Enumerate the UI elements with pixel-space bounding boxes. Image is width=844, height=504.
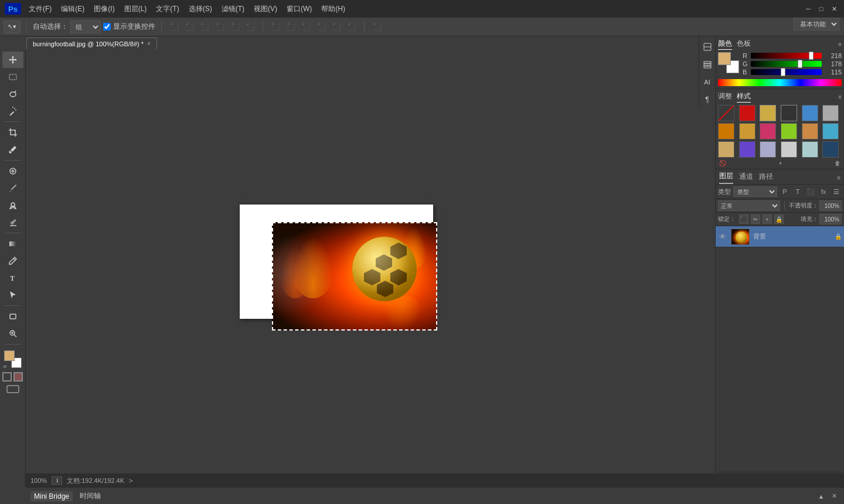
- zoom-info-btn[interactable]: ℹ: [52, 476, 62, 485]
- blend-mode-select[interactable]: 正常: [718, 200, 780, 211]
- style-panel-menu[interactable]: ≡: [838, 94, 842, 100]
- menu-item-F[interactable]: 文件(F): [25, 3, 56, 15]
- align-hcenter-btn[interactable]: ⬛: [229, 21, 241, 33]
- workspace-select[interactable]: 基本功能 摄影 绘画: [794, 18, 839, 30]
- layer-type-select[interactable]: 类型: [733, 186, 777, 197]
- menu-item-W[interactable]: 窗口(W): [283, 3, 316, 15]
- paths-tab[interactable]: 路径: [759, 172, 773, 183]
- show-transform-checkbox[interactable]: [103, 23, 111, 30]
- align-top-btn[interactable]: ⬛: [168, 21, 181, 33]
- layer-filter-icon3[interactable]: ⬛: [805, 186, 816, 197]
- dist1-btn[interactable]: ⬛: [269, 21, 282, 33]
- spectrum-bar[interactable]: [718, 79, 842, 86]
- style-add-icon[interactable]: +: [779, 160, 782, 166]
- tool-text[interactable]: T: [2, 270, 23, 286]
- fg-bg-colors[interactable]: ⇌: [3, 349, 23, 369]
- style-swatch-17[interactable]: [822, 141, 839, 158]
- menu-item-V[interactable]: 视图(V): [250, 3, 281, 15]
- style-swatch-5[interactable]: [822, 105, 839, 121]
- g-thumb[interactable]: [798, 60, 802, 68]
- tool-pen[interactable]: [2, 253, 23, 269]
- tool-stamp[interactable]: [2, 197, 23, 213]
- style-swatch-4[interactable]: [802, 105, 818, 121]
- style-swatch-11[interactable]: [822, 123, 839, 139]
- style-swatch-3[interactable]: [781, 105, 797, 121]
- color-strip-icon[interactable]: [700, 40, 714, 54]
- layers-menu-icon[interactable]: ≡: [837, 175, 840, 181]
- menu-item-H[interactable]: 帮助(H): [317, 3, 349, 15]
- style-swatch-16[interactable]: [802, 141, 818, 158]
- lock-pixels-btn[interactable]: ⬛: [739, 214, 748, 224]
- opacity-input[interactable]: [819, 200, 842, 211]
- auto-select-dropdown[interactable]: 组 图层: [70, 21, 101, 33]
- layer-strip-icon[interactable]: [700, 57, 714, 71]
- swap-icon[interactable]: ⇌: [3, 364, 7, 369]
- lock-all-btn[interactable]: 🔒: [774, 214, 784, 224]
- lock-brush-btn[interactable]: ✏: [751, 214, 760, 224]
- swatches-tab[interactable]: 色板: [737, 39, 751, 50]
- r-slider[interactable]: [751, 53, 822, 59]
- tool-brush[interactable]: [2, 180, 23, 196]
- tool-eyedropper[interactable]: [2, 141, 23, 158]
- layer-filter-icon2[interactable]: T: [792, 186, 803, 197]
- dist6-btn[interactable]: ⬛: [345, 21, 358, 33]
- close-button[interactable]: ✕: [829, 4, 839, 14]
- lock-position-btn[interactable]: +: [763, 214, 772, 224]
- menu-item-L[interactable]: 图层(L): [120, 3, 151, 15]
- layer-filter-icon1[interactable]: P: [780, 186, 790, 197]
- style-swatch-2[interactable]: [760, 105, 776, 121]
- b-thumb[interactable]: [781, 68, 785, 76]
- tool-shape[interactable]: [2, 308, 23, 325]
- mini-bridge-tab[interactable]: Mini Bridge: [30, 491, 73, 502]
- channels-tab[interactable]: 通道: [739, 172, 753, 183]
- g-slider[interactable]: [751, 61, 822, 67]
- ai-strip-icon[interactable]: AI: [700, 75, 714, 89]
- style-swatch-8[interactable]: [760, 123, 776, 139]
- mini-bridge-icon2[interactable]: ✕: [829, 491, 839, 502]
- dist3-btn[interactable]: ⬛: [300, 21, 312, 33]
- mini-bridge-icon1[interactable]: ▲: [816, 491, 826, 502]
- tool-zoom[interactable]: [2, 325, 23, 342]
- tool-eraser[interactable]: [2, 214, 23, 230]
- tool-marquee[interactable]: [2, 69, 23, 85]
- move-tool-button[interactable]: ↖▾: [4, 21, 21, 33]
- tool-path-select[interactable]: [2, 287, 23, 303]
- align-vcenter-btn[interactable]: ⬛: [183, 21, 196, 33]
- layer-row-background[interactable]: 👁 背景 🔒: [716, 226, 844, 247]
- menu-item-I[interactable]: 图像(I): [90, 3, 118, 15]
- tool-gradiant[interactable]: [2, 236, 23, 252]
- timeline-tab[interactable]: 时间轴: [76, 490, 104, 502]
- doc-tab-close[interactable]: ×: [147, 40, 151, 47]
- style-swatch-1[interactable]: [739, 105, 755, 121]
- dist4-btn[interactable]: ⬛: [315, 21, 328, 33]
- color-panel-menu[interactable]: ≡: [838, 41, 842, 47]
- style-swatch-14[interactable]: [760, 141, 776, 158]
- normal-mode-btn[interactable]: [2, 372, 12, 382]
- adjust-tab[interactable]: 调整: [718, 91, 732, 103]
- doc-tab-active[interactable]: burningfootball.jpg @ 100%(RGB/8#) * ×: [26, 38, 157, 49]
- fill-input[interactable]: [819, 214, 842, 224]
- align-bottom-btn[interactable]: ⬛: [198, 21, 211, 33]
- align-left-btn[interactable]: ⬛: [213, 21, 226, 33]
- style-swatch-0[interactable]: [718, 105, 734, 121]
- tool-spot-heal[interactable]: [2, 163, 23, 179]
- style-swatch-9[interactable]: [781, 123, 797, 139]
- screen-mode-btn[interactable]: [6, 384, 20, 396]
- dist5-btn[interactable]: ⬛: [330, 21, 343, 33]
- tool-lasso[interactable]: [2, 86, 23, 102]
- style-swatch-7[interactable]: [739, 123, 755, 139]
- layer-filter-icon5[interactable]: ☰: [831, 186, 842, 197]
- arrow-label[interactable]: >: [129, 477, 132, 484]
- menu-item-E[interactable]: 编辑(E): [57, 3, 89, 15]
- fg-color-swatch[interactable]: [4, 350, 15, 361]
- arrange-btn[interactable]: ⬛: [370, 21, 383, 33]
- menu-item-S[interactable]: 选择(S): [185, 3, 216, 15]
- menu-item-T[interactable]: 滤镜(T): [217, 3, 249, 15]
- style-clear-icon[interactable]: 🚫: [719, 160, 726, 166]
- layers-tab[interactable]: 图层: [719, 171, 733, 184]
- style-trash-icon[interactable]: 🗑: [835, 160, 840, 166]
- minimize-button[interactable]: ─: [803, 4, 814, 14]
- fg-color-indicator[interactable]: [718, 52, 731, 65]
- b-slider[interactable]: [751, 69, 822, 75]
- r-thumb[interactable]: [809, 52, 814, 60]
